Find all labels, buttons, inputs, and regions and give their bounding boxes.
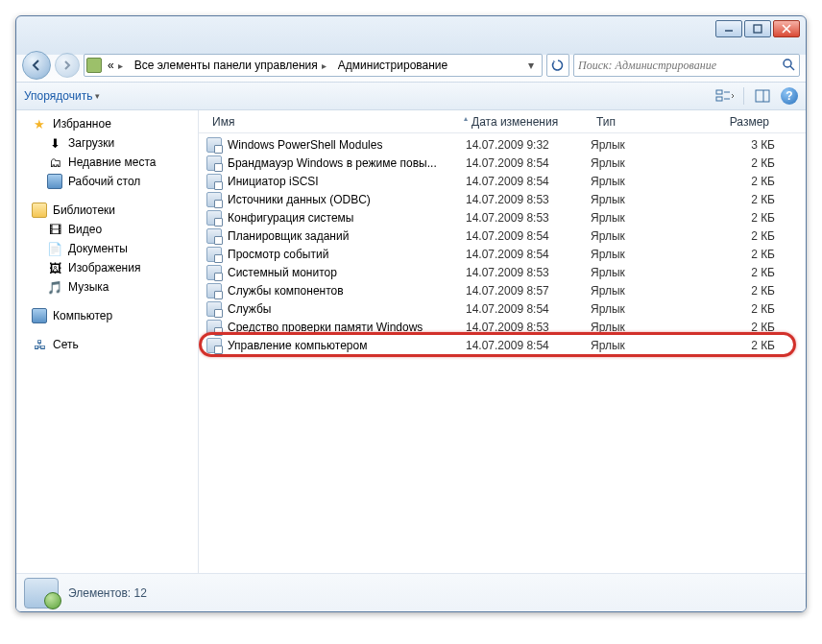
column-date[interactable]: Дата изменения	[466, 115, 591, 129]
svg-rect-6	[716, 90, 722, 94]
file-size: 2 КБ	[698, 266, 775, 279]
tree-item-pictures[interactable]: 🖼Изображения	[18, 258, 196, 277]
shortcut-icon	[206, 320, 222, 335]
file-row[interactable]: Инициатор iSCSI14.07.2009 8:54Ярлык2 КБ	[206, 172, 806, 190]
control-panel-icon	[86, 58, 102, 73]
file-date: 14.07.2009 8:54	[466, 302, 591, 316]
organize-menu[interactable]: Упорядочить	[24, 89, 100, 103]
file-name: Брандмауэр Windows в режиме повы...	[228, 156, 466, 170]
tree-item-downloads[interactable]: ⬇Загрузки	[18, 133, 196, 153]
file-row[interactable]: Источники данных (ODBC)14.07.2009 8:53Яр…	[206, 190, 806, 208]
file-date: 14.07.2009 8:54	[466, 156, 591, 170]
file-name: Средство проверки памяти Windows	[228, 321, 466, 334]
address-dropdown[interactable]: ▾	[522, 59, 540, 72]
tree-network[interactable]: 🖧 Сеть	[18, 335, 196, 354]
tree-item-video[interactable]: 🎞Видео	[18, 220, 196, 239]
search-icon	[782, 58, 795, 74]
file-row[interactable]: Средство проверки памяти Windows14.07.20…	[206, 318, 806, 336]
svg-line-5	[790, 66, 794, 70]
file-type: Ярлык	[591, 229, 698, 243]
file-row[interactable]: Конфигурация системы14.07.2009 8:53Ярлык…	[206, 208, 806, 227]
libraries-icon	[32, 203, 47, 218]
breadcrumb-prefix[interactable]: «	[106, 59, 129, 72]
view-options-button[interactable]	[714, 85, 736, 107]
toolbar: Упорядочить ?	[16, 82, 806, 110]
file-date: 14.07.2009 8:53	[466, 266, 591, 279]
file-type: Ярлык	[591, 266, 698, 279]
file-row[interactable]: Службы компонентов14.07.2009 8:57Ярлык2 …	[206, 281, 806, 299]
file-size: 2 КБ	[698, 175, 775, 188]
file-size: 2 КБ	[698, 284, 775, 298]
file-name: Источники данных (ODBC)	[228, 193, 466, 206]
file-type: Ярлык	[591, 138, 698, 152]
file-date: 14.07.2009 8:53	[466, 211, 591, 225]
file-name: Конфигурация системы	[228, 211, 466, 225]
file-row[interactable]: Службы14.07.2009 8:54Ярлык2 КБ	[206, 299, 806, 318]
tree-item-recent[interactable]: 🗂Недавние места	[18, 153, 196, 172]
file-name: Службы компонентов	[228, 284, 466, 298]
file-date: 14.07.2009 8:54	[466, 229, 591, 243]
file-type: Ярлык	[591, 321, 698, 334]
column-name[interactable]: Имя	[206, 115, 466, 129]
file-type: Ярлык	[591, 284, 698, 298]
tree-item-documents[interactable]: 📄Документы	[18, 239, 196, 258]
music-icon: 🎵	[47, 279, 62, 295]
preview-pane-button[interactable]	[752, 85, 773, 107]
address-bar[interactable]: « Все элементы панели управления Админис…	[84, 54, 543, 77]
minimize-button[interactable]	[715, 20, 742, 37]
column-type[interactable]: Тип	[591, 115, 698, 129]
file-name: Службы	[228, 302, 466, 316]
file-date: 14.07.2009 8:54	[466, 248, 591, 261]
close-button[interactable]	[773, 20, 800, 37]
toolbar-separator	[743, 87, 744, 105]
file-size: 2 КБ	[698, 321, 775, 334]
file-type: Ярлык	[591, 248, 698, 261]
forward-button[interactable]	[55, 53, 80, 78]
shortcut-icon	[206, 174, 222, 189]
file-row[interactable]: Планировщик заданий14.07.2009 8:54Ярлык2…	[206, 227, 806, 245]
tree-label: Избранное	[53, 117, 111, 131]
file-row[interactable]: Просмотр событий14.07.2009 8:54Ярлык2 КБ	[206, 245, 806, 263]
tree-libraries[interactable]: Библиотеки	[18, 201, 196, 220]
file-size: 2 КБ	[698, 302, 775, 316]
file-name: Системный монитор	[228, 266, 466, 279]
help-button[interactable]: ?	[781, 87, 798, 105]
refresh-button[interactable]	[546, 54, 569, 77]
maximize-button[interactable]	[744, 20, 771, 37]
search-box[interactable]	[573, 54, 800, 77]
file-name: Планировщик заданий	[228, 229, 466, 243]
file-row[interactable]: Брандмауэр Windows в режиме повы...14.07…	[206, 154, 806, 172]
file-row[interactable]: Системный монитор14.07.2009 8:53Ярлык2 К…	[206, 263, 806, 281]
navigation-pane: ★ Избранное ⬇Загрузки 🗂Недавние места Ра…	[16, 110, 199, 573]
file-date: 14.07.2009 8:54	[466, 175, 591, 188]
breadcrumb-item-1[interactable]: Администрирование	[336, 59, 449, 72]
file-size: 2 КБ	[698, 211, 775, 225]
explorer-window: « Все элементы панели управления Админис…	[15, 15, 807, 612]
file-name: Windows PowerShell Modules	[228, 138, 466, 152]
tree-item-music[interactable]: 🎵Музыка	[18, 277, 196, 297]
shortcut-icon	[206, 283, 222, 298]
tree-computer[interactable]: Компьютер	[18, 306, 196, 325]
shortcut-icon	[206, 155, 222, 171]
breadcrumb-item-0[interactable]: Все элементы панели управления	[133, 59, 332, 72]
file-type: Ярлык	[591, 302, 698, 316]
tree-favorites[interactable]: ★ Избранное	[18, 114, 196, 133]
shortcut-icon	[206, 338, 222, 353]
shortcut-icon	[206, 265, 222, 280]
file-row[interactable]: Windows PowerShell Modules14.07.2009 9:3…	[206, 135, 806, 154]
file-size: 2 КБ	[698, 193, 775, 206]
file-date: 14.07.2009 8:54	[466, 339, 591, 352]
status-icon	[24, 578, 59, 608]
svg-rect-1	[754, 25, 762, 33]
file-row[interactable]: Управление компьютером14.07.2009 8:54Ярл…	[206, 336, 806, 354]
back-button[interactable]	[22, 51, 51, 80]
search-input[interactable]	[578, 59, 782, 73]
desktop-icon	[47, 174, 62, 189]
file-size: 2 КБ	[698, 248, 775, 261]
file-type: Ярлык	[591, 339, 698, 352]
tree-item-desktop[interactable]: Рабочий стол	[18, 172, 196, 191]
shortcut-icon	[206, 301, 222, 317]
svg-rect-7	[716, 97, 722, 101]
video-icon: 🎞	[47, 222, 62, 237]
column-size[interactable]: Размер	[698, 115, 775, 129]
